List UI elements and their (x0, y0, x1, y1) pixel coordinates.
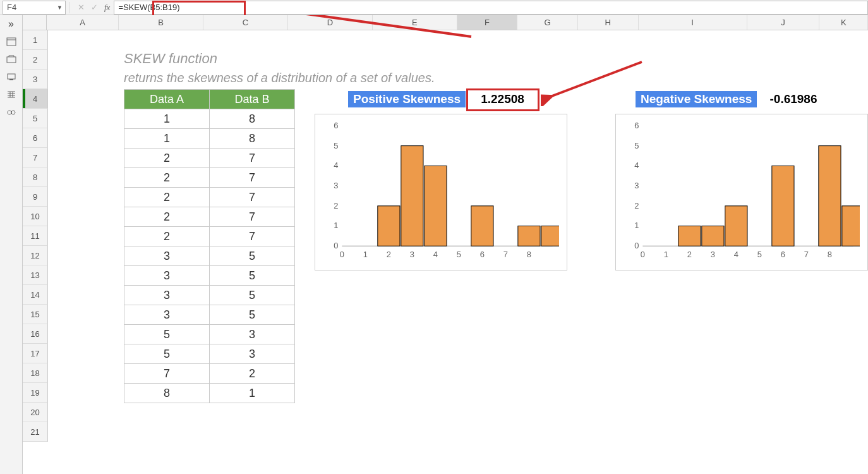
table-cell[interactable]: 5 (124, 325, 210, 344)
row-header-8[interactable]: 8 (23, 167, 48, 187)
table-cell[interactable]: 5 (210, 305, 295, 325)
row-header-5[interactable]: 5 (23, 109, 48, 128)
table-cell[interactable]: 5 (124, 344, 210, 364)
svg-text:3: 3 (334, 181, 338, 190)
row-header-11[interactable]: 11 (23, 226, 48, 246)
table-cell[interactable]: 7 (210, 207, 295, 227)
svg-rect-35 (541, 226, 559, 246)
name-box[interactable]: F4 ▼ (3, 1, 66, 15)
table-cell[interactable]: 7 (210, 188, 295, 207)
svg-rect-58 (842, 206, 860, 246)
row-header-17[interactable]: 17 (23, 344, 48, 363)
row-header-3[interactable]: 3 (23, 70, 48, 89)
row-header-15[interactable]: 15 (23, 305, 48, 324)
svg-text:5: 5 (457, 250, 461, 259)
table-cell[interactable]: 8 (210, 109, 295, 129)
table-cell[interactable]: 1 (124, 109, 210, 129)
col-header-C[interactable]: C (203, 15, 288, 30)
table-cell[interactable]: 8 (210, 129, 295, 149)
table-cell[interactable]: 2 (124, 149, 210, 168)
svg-rect-31 (401, 146, 423, 246)
row-header-4[interactable]: 4 (23, 89, 48, 109)
formula-input[interactable]: =SKEW(B5:B19) (114, 1, 868, 15)
sidebar-icon-5[interactable] (4, 107, 18, 118)
svg-text:4: 4 (433, 250, 438, 259)
table-cell[interactable]: 1 (124, 129, 210, 149)
table-cell[interactable]: 3 (210, 325, 295, 344)
table-cell[interactable]: 7 (210, 149, 295, 168)
table-cell[interactable]: 3 (124, 246, 210, 266)
confirm-icon[interactable]: ✓ (91, 3, 98, 12)
svg-rect-57 (819, 146, 841, 246)
row-header-14[interactable]: 14 (23, 285, 48, 305)
row-header-16[interactable]: 16 (23, 324, 48, 344)
row-header-21[interactable]: 21 (23, 422, 48, 442)
sidebar-icon-4[interactable] (4, 90, 18, 100)
row-header-9[interactable]: 9 (23, 187, 48, 207)
table-row: 18 (124, 129, 295, 149)
table-cell[interactable]: 5 (210, 246, 295, 266)
expand-panel-icon[interactable]: » (4, 19, 18, 29)
table-cell[interactable]: 1 (210, 384, 295, 403)
table-cell[interactable]: 5 (210, 266, 295, 286)
svg-text:0: 0 (340, 250, 344, 259)
row-header-13[interactable]: 13 (23, 265, 48, 285)
row-header-19[interactable]: 19 (23, 383, 48, 403)
row-header-1[interactable]: 1 (23, 30, 48, 50)
svg-text:4: 4 (334, 161, 338, 170)
row-header-18[interactable]: 18 (23, 363, 48, 383)
svg-text:8: 8 (527, 250, 531, 259)
table-cell[interactable]: 3 (210, 344, 295, 364)
col-header-F[interactable]: F (457, 15, 518, 30)
svg-text:1: 1 (664, 250, 668, 259)
svg-text:0: 0 (634, 241, 639, 250)
table-cell[interactable]: 7 (210, 168, 295, 188)
svg-text:8: 8 (828, 250, 832, 259)
left-sidebar: » (0, 15, 23, 474)
negative-skewness-value: -0.61986 (762, 90, 825, 109)
table-cell[interactable]: 7 (124, 364, 210, 384)
table-cell[interactable]: 2 (210, 364, 295, 384)
sidebar-icon-3[interactable] (4, 72, 18, 82)
col-header-J[interactable]: J (747, 15, 820, 30)
chart-positive[interactable]: 0123456012345678 (315, 114, 567, 270)
row-header-6[interactable]: 6 (23, 128, 48, 148)
table-cell[interactable]: 8 (124, 384, 210, 403)
table-row: 35 (124, 305, 295, 325)
cancel-icon[interactable]: ✕ (78, 3, 85, 12)
col-header-E[interactable]: E (373, 15, 457, 30)
svg-text:5: 5 (334, 141, 338, 150)
positive-skewness-value[interactable]: 1.22508 (469, 90, 536, 109)
sidebar-icon-1[interactable] (4, 37, 18, 47)
row-header-2[interactable]: 2 (23, 50, 48, 70)
col-header-A[interactable]: A (47, 15, 119, 30)
col-header-K[interactable]: K (819, 15, 868, 30)
formula-bar: F4 ▼ ✕ ✓ fx =SKEW(B5:B19) (0, 0, 868, 15)
table-cell[interactable]: 3 (124, 305, 210, 325)
table-cell[interactable]: 7 (210, 227, 295, 246)
spreadsheet-grid[interactable]: A B C D E F G H I J K 1 2 3 4 5 6 7 8 9 … (23, 15, 868, 474)
col-header-B[interactable]: B (119, 15, 203, 30)
row-header-12[interactable]: 12 (23, 246, 48, 265)
row-header-10[interactable]: 10 (23, 207, 48, 226)
table-cell[interactable]: 2 (124, 207, 210, 227)
svg-text:0: 0 (641, 250, 645, 259)
col-header-I[interactable]: I (639, 15, 747, 30)
table-cell[interactable]: 5 (210, 286, 295, 305)
col-header-D[interactable]: D (288, 15, 373, 30)
name-box-dropdown-icon[interactable]: ▼ (57, 4, 63, 11)
col-header-G[interactable]: G (517, 15, 578, 30)
row-header-7[interactable]: 7 (23, 148, 48, 167)
table-cell[interactable]: 2 (124, 227, 210, 246)
table-cell[interactable]: 2 (124, 168, 210, 188)
table-cell[interactable]: 3 (124, 286, 210, 305)
corner-cell[interactable] (23, 15, 47, 30)
fx-icon[interactable]: fx (104, 3, 110, 13)
table-cell[interactable]: 2 (124, 188, 210, 207)
row-header-20[interactable]: 20 (23, 403, 48, 422)
sidebar-icon-2[interactable] (4, 54, 18, 64)
chart-negative[interactable]: 0123456012345678 (615, 114, 868, 270)
col-header-H[interactable]: H (578, 15, 639, 30)
svg-point-12 (11, 111, 15, 114)
table-cell[interactable]: 3 (124, 266, 210, 286)
